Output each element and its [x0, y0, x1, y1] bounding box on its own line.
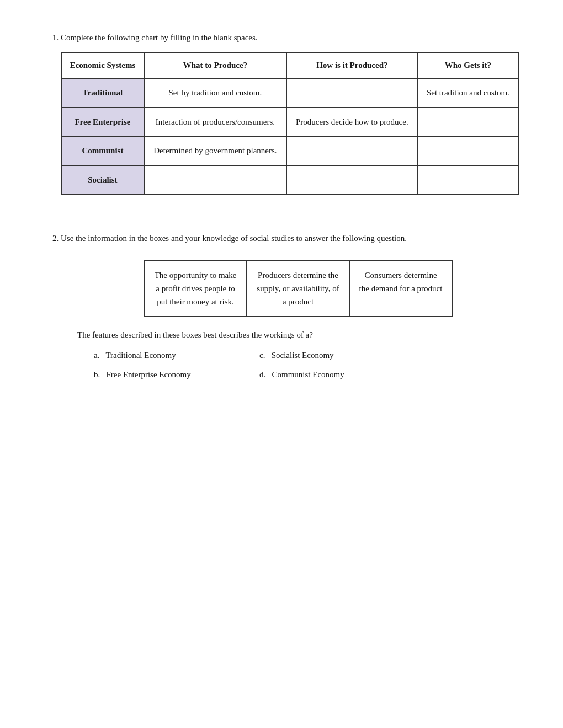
- info-box-1: The opportunity to make a profit drives …: [144, 260, 247, 317]
- system-socialist: Socialist: [61, 165, 144, 195]
- option-b: b. Free Enterprise Economy: [94, 370, 259, 379]
- communist-what: Determined by government planners.: [144, 136, 286, 165]
- answer-row-1: a. Traditional Economy c. Socialist Econ…: [94, 351, 519, 360]
- traditional-how: [286, 78, 418, 108]
- col-header-who: Who Gets it?: [418, 52, 518, 78]
- option-a: a. Traditional Economy: [94, 351, 259, 360]
- divider-1: [44, 217, 519, 217]
- option-b-text: Free Enterprise Economy: [107, 370, 191, 379]
- option-b-label: b.: [94, 370, 100, 379]
- question2-text: Use the information in the boxes and you…: [61, 234, 407, 243]
- info-box-3: Consumers determine the demand for a pro…: [349, 260, 452, 317]
- traditional-who: Set tradition and custom.: [418, 78, 518, 108]
- features-text: The features described in these boxes be…: [77, 330, 519, 340]
- communist-how: [286, 136, 418, 165]
- option-c-label: c.: [259, 351, 265, 360]
- free-enterprise-what: Interaction of producers/consumers.: [144, 108, 286, 137]
- option-a-label: a.: [94, 351, 99, 360]
- answer-options: a. Traditional Economy c. Socialist Econ…: [94, 351, 519, 379]
- free-enterprise-how: Producers decide how to produce.: [286, 108, 418, 137]
- answer-row-2: b. Free Enterprise Economy d. Communist …: [94, 370, 519, 379]
- socialist-how: [286, 165, 418, 195]
- table-row-communist: Communist Determined by government plann…: [61, 136, 518, 165]
- system-communist: Communist: [61, 136, 144, 165]
- question1-text: Complete the following chart by filling …: [61, 33, 258, 42]
- option-a-text: Traditional Economy: [105, 351, 176, 360]
- col-header-what: What to Produce?: [144, 52, 286, 78]
- option-d-text: Communist Economy: [272, 370, 344, 379]
- option-c-text: Socialist Economy: [272, 351, 334, 360]
- col-header-systems: Economic Systems: [61, 52, 144, 78]
- free-enterprise-who: [418, 108, 518, 137]
- info-box-2: Producers determine the supply, or avail…: [247, 260, 349, 317]
- col-header-how: How is it Produced?: [286, 52, 418, 78]
- table-row-free-enterprise: Free Enterprise Interaction of producers…: [61, 108, 518, 137]
- info-boxes-table: The opportunity to make a profit drives …: [144, 260, 453, 317]
- table-row-socialist: Socialist: [61, 165, 518, 195]
- system-free-enterprise: Free Enterprise: [61, 108, 144, 137]
- socialist-who: [418, 165, 518, 195]
- divider-2: [44, 413, 519, 413]
- option-d-label: d.: [259, 370, 265, 379]
- system-traditional: Traditional: [61, 78, 144, 108]
- table-row-traditional: Traditional Set by tradition and custom.…: [61, 78, 518, 108]
- traditional-what: Set by tradition and custom.: [144, 78, 286, 108]
- economic-systems-table: Economic Systems What to Produce? How is…: [61, 52, 519, 195]
- option-c: c. Socialist Economy: [259, 351, 425, 360]
- option-d: d. Communist Economy: [259, 370, 425, 379]
- socialist-what: [144, 165, 286, 195]
- communist-who: [418, 136, 518, 165]
